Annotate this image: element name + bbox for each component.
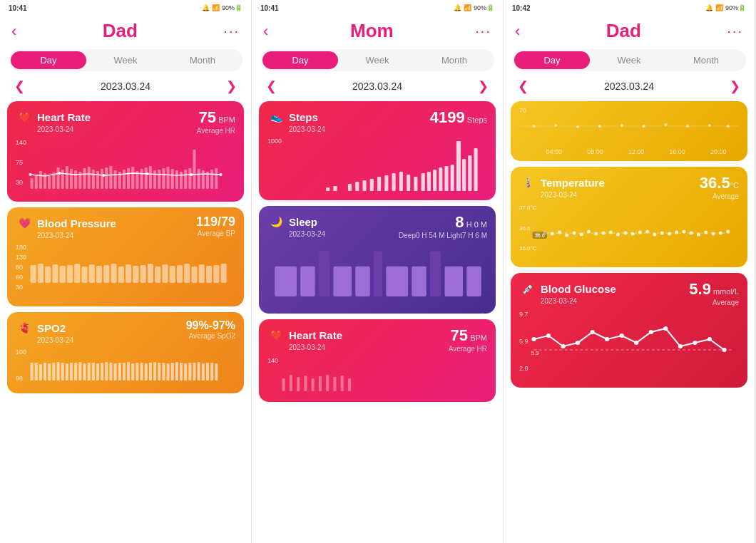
svg-rect-88 [83,363,86,381]
prev-date-1[interactable]: ❮ [14,78,25,94]
tab-week-3[interactable]: Week [591,51,667,69]
tab-month-2[interactable]: Month [417,51,492,69]
svg-rect-134 [439,167,442,191]
back-button-2[interactable]: ‹ [263,22,268,41]
status-icons-3: 🔔 📶 90%🔋 [705,4,746,11]
bg-chart: 9.7 5.9 2.8 [519,311,739,382]
svg-rect-151 [466,267,481,296]
status-icons-1: 🔔 📶 90%🔋 [202,4,242,11]
more-button-2[interactable]: ··· [475,23,491,39]
tab-day-1[interactable]: Day [11,51,86,69]
tab-month-1[interactable]: Month [165,51,240,69]
prev-date-3[interactable]: ❮ [518,78,528,94]
temp-unit: °C [730,181,739,190]
sleep-start-icon: 🌙 23:59 [269,313,295,314]
hr-svg-2 [267,357,487,396]
card-title-row-bg: 💉 Blood Glucose [519,280,616,297]
steps-y-labels: 1000 [267,138,282,185]
svg-rect-1 [35,175,38,189]
svg-rect-146 [374,252,382,297]
svg-rect-67 [162,264,168,283]
svg-rect-152 [282,378,285,391]
next-date-3[interactable]: ❯ [730,78,740,94]
svg-point-171 [708,124,711,127]
svg-rect-139 [468,155,471,191]
svg-rect-148 [412,267,426,296]
card-title-row-temp: 🌡️ Temperature [519,174,605,191]
back-button-3[interactable]: ‹ [515,22,520,41]
status-bar-2: 10:41 🔔 📶 90%🔋 [252,0,503,16]
tab-day-3[interactable]: Day [514,51,590,69]
card-date-hr-1: 2023-03-24 [37,125,91,133]
svg-rect-99 [131,363,134,381]
sleep-svg [267,244,487,308]
svg-rect-69 [177,265,183,283]
next-date-1[interactable]: ❯ [226,78,237,94]
svg-rect-73 [206,266,212,283]
svg-point-188 [638,231,642,234]
svg-point-187 [631,232,635,236]
spo2-value: 99%-97% [186,319,235,331]
svg-rect-77 [35,363,38,381]
svg-rect-62 [126,264,131,283]
svg-point-45 [102,174,105,177]
hr-value-2: 75 [451,326,468,344]
svg-rect-133 [433,170,436,191]
date-nav-1: ❮ 2023.03.24 ❯ [0,74,251,98]
card-value-steps: 4199 Steps [430,108,487,127]
tab-bar-3: Day Week Month [512,49,746,71]
svg-point-212 [649,330,653,334]
svg-rect-116 [206,363,209,381]
svg-point-196 [697,233,700,237]
steps-icon: 👟 [267,108,285,125]
status-icons-2: 🔔 📶 90%🔋 [454,4,494,11]
tab-month-3[interactable]: Month [668,51,744,69]
svg-point-186 [623,232,627,235]
glucose-icon: 💉 [519,280,536,297]
more-button-3[interactable]: ··· [727,23,743,39]
next-date-2[interactable]: ❯ [478,78,489,94]
svg-rect-22 [127,168,130,189]
tab-week-2[interactable]: Week [339,51,415,69]
svg-rect-126 [384,175,388,191]
svg-rect-53 [60,266,66,283]
svg-rect-101 [141,363,143,381]
card-header-hr-1: ❤️ Heart Rate 2023-03-24 75 BPM Average … [16,108,235,135]
svg-point-214 [678,344,683,348]
svg-rect-157 [319,376,322,391]
svg-rect-129 [407,175,410,191]
svg-point-44 [58,172,61,175]
tab-day-2[interactable]: Day [262,51,338,69]
svg-point-215 [693,341,697,345]
svg-rect-78 [39,364,42,381]
bp-chart-1: 180 130 80 60 30 [16,244,235,301]
svg-rect-21 [123,170,126,189]
tab-week-1[interactable]: Week [88,51,163,69]
back-button-1[interactable]: ‹ [11,22,16,41]
svg-rect-117 [210,363,213,381]
svg-point-182 [594,232,598,236]
svg-rect-8 [66,166,68,189]
sleep-unit: H 0 M [464,220,487,229]
card-date-bp-1: 2023-03-24 [37,232,116,239]
svg-point-199 [719,232,722,235]
bp-value: 119/79 [196,214,235,229]
svg-rect-84 [66,363,68,381]
svg-rect-61 [118,267,124,283]
svg-point-213 [663,326,668,331]
svg-rect-127 [392,173,396,191]
svg-point-209 [605,337,609,341]
prev-date-2[interactable]: ❮ [266,78,277,94]
spo2-card-1: 🫀 SPO2 2023-03-24 99%-97% Average SpO2 1… [7,312,244,393]
steps-x-labels: 04:00 08:00 12:00 16:00 20:00 [267,199,487,200]
bg-x-labels: 04:00 08:00 12:00 16:00 20:00 [519,386,739,388]
temp-value: 36.5 [700,174,730,192]
hr-chart-2: 140 [267,357,487,396]
more-button-1[interactable]: ··· [223,23,240,39]
bg-y-labels: 9.7 5.9 2.8 [519,311,528,372]
svg-rect-141 [275,267,297,296]
svg-rect-103 [149,363,152,381]
svg-rect-145 [355,267,370,296]
svg-rect-6 [56,167,59,189]
panel-mom: 10:41 🔔 📶 90%🔋 ‹ Mom ··· Day Week Month … [252,0,504,543]
